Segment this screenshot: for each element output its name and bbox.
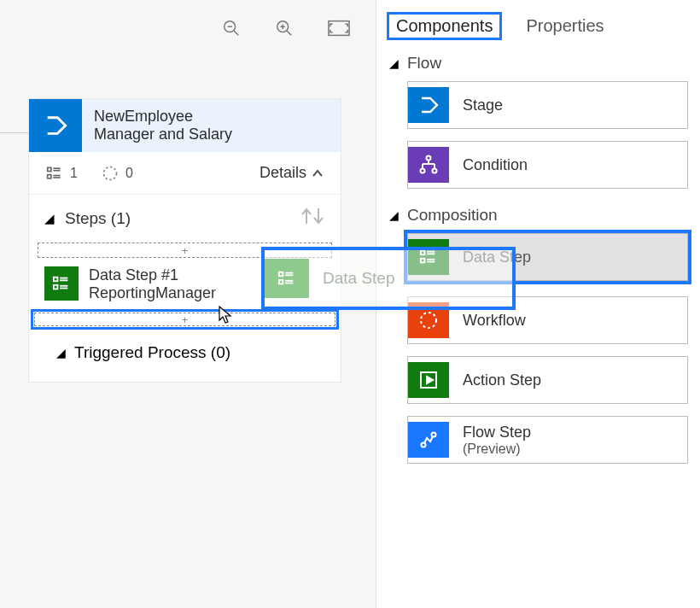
svg-point-35 — [433, 169, 437, 173]
tab-components[interactable]: Components — [387, 12, 502, 40]
section-composition[interactable]: ◢ Composition — [376, 201, 700, 233]
expand-triangle-icon[interactable]: ◢ — [44, 211, 55, 226]
svg-point-29 — [427, 156, 431, 161]
svg-rect-36 — [421, 251, 425, 255]
svg-line-4 — [287, 31, 292, 36]
svg-rect-17 — [54, 278, 58, 282]
component-workflow[interactable]: Workflow — [407, 296, 688, 344]
drop-zone-after[interactable]: + — [31, 309, 339, 330]
svg-point-14 — [103, 167, 116, 179]
drop-zone-before[interactable]: + — [38, 243, 332, 258]
workflow-count-stat: 0 — [102, 165, 133, 182]
component-action-step[interactable]: Action Step — [407, 356, 688, 404]
svg-rect-8 — [48, 167, 51, 171]
svg-rect-7 — [329, 21, 349, 36]
zoom-out-icon[interactable] — [222, 19, 241, 43]
stage-icon — [408, 87, 449, 123]
svg-point-42 — [421, 313, 436, 328]
steps-header: Steps (1) — [65, 209, 131, 228]
svg-point-34 — [421, 169, 425, 173]
condition-icon — [408, 147, 449, 183]
stage-card[interactable]: NewEmployee Manager and Salary 1 0 Detai… — [28, 98, 341, 383]
stage-subtitle: Manager and Salary — [94, 126, 232, 143]
details-toggle[interactable]: Details — [260, 164, 324, 182]
data-step-icon — [44, 266, 79, 301]
flow-step-icon — [408, 422, 449, 458]
svg-rect-11 — [48, 174, 51, 178]
component-stage[interactable]: Stage — [407, 81, 688, 129]
svg-marker-44 — [427, 377, 433, 383]
data-step-icon — [408, 239, 449, 275]
step-subtitle: ReportingManager — [89, 284, 325, 302]
triggered-process-header[interactable]: ◢ Triggered Process (0) — [29, 333, 341, 369]
stage-chevron-icon — [29, 99, 82, 152]
section-flow[interactable]: ◢ Flow — [376, 49, 700, 81]
stage-name: NewEmployee — [94, 108, 232, 126]
steps-count-stat: 1 — [46, 165, 78, 182]
component-flow-step[interactable]: Flow Step (Preview) — [407, 416, 688, 464]
svg-line-1 — [234, 31, 239, 36]
svg-rect-20 — [54, 285, 58, 289]
data-step-item[interactable]: Data Step #1 ReportingManager — [29, 263, 341, 307]
reorder-icon[interactable] — [300, 207, 325, 231]
component-condition[interactable]: Condition — [407, 141, 688, 189]
workflow-icon — [408, 302, 449, 338]
step-title: Data Step #1 — [89, 266, 325, 284]
fit-screen-icon[interactable] — [328, 20, 350, 42]
zoom-in-icon[interactable] — [275, 19, 294, 43]
svg-rect-39 — [421, 259, 425, 263]
component-data-step[interactable]: Data Step — [407, 233, 688, 281]
action-step-icon — [408, 362, 449, 398]
tab-properties[interactable]: Properties — [526, 12, 604, 40]
